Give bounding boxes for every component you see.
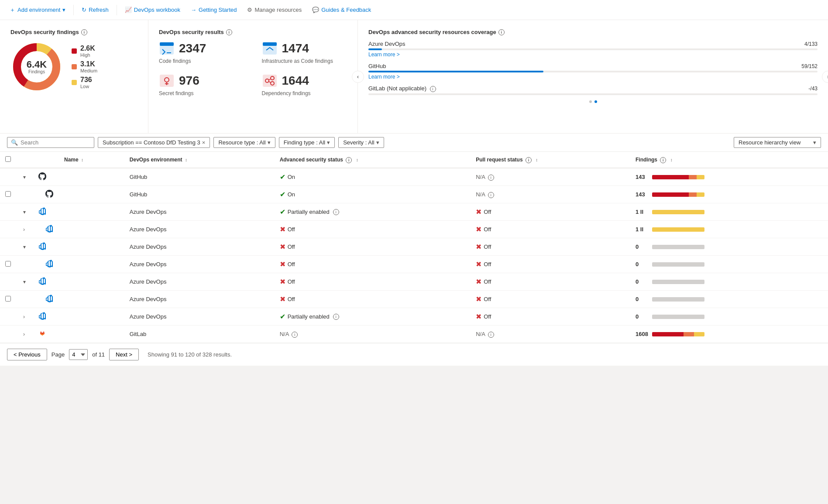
findings-bar xyxy=(652,332,704,336)
subscription-filter-pill[interactable]: Subscription == Contoso DfD Testing 3 × xyxy=(98,137,210,148)
select-all-checkbox[interactable] xyxy=(5,156,11,162)
row-pr-status: N/A i xyxy=(471,326,630,343)
dependency-findings-item: 1644 Dependency findings xyxy=(262,73,347,96)
row-expand-button[interactable]: › xyxy=(21,226,27,233)
row-expand-button[interactable]: ▾ xyxy=(21,278,27,286)
bar-yellow xyxy=(652,210,704,214)
arrow-icon: → xyxy=(191,7,196,13)
coverage-prev-button[interactable]: ‹ xyxy=(352,71,364,83)
coverage-gitlab-count: -/43 xyxy=(808,86,818,92)
row-checkbox[interactable] xyxy=(5,191,11,197)
coverage-info-icon[interactable]: i xyxy=(498,29,505,35)
resource-type-filter-pill[interactable]: Resource type : All ▾ xyxy=(213,137,275,148)
status-badge: ✖ Off xyxy=(476,243,491,251)
gitlab-info-icon[interactable]: i xyxy=(430,86,436,92)
na-info-icon[interactable]: i xyxy=(488,192,494,198)
table-row: ▾ GitHub ✔ On N/A xyxy=(0,168,828,186)
legend-low: 736 Low xyxy=(72,76,97,89)
header-pr-status: Pull request status i ↕ xyxy=(471,152,630,168)
row-checkbox[interactable] xyxy=(5,296,11,302)
row-name xyxy=(59,326,124,343)
na-info-icon[interactable]: i xyxy=(488,175,494,181)
bar-orange xyxy=(689,175,697,179)
search-input[interactable] xyxy=(21,139,90,146)
previous-button[interactable]: < Previous xyxy=(7,349,47,360)
row-expand-cell: ▾ xyxy=(16,203,33,221)
results-info-icon[interactable]: i xyxy=(226,29,232,35)
pr-status-sort-icon[interactable]: ↕ xyxy=(536,158,538,162)
na-info-icon[interactable]: i xyxy=(292,332,298,338)
row-expand-button[interactable]: ▾ xyxy=(21,173,27,181)
row-pr-status: ✖ Off xyxy=(471,256,630,273)
status-badge: ✔ Partially enabled i xyxy=(280,312,339,321)
partial-info-icon[interactable]: i xyxy=(333,314,339,320)
row-expand-button[interactable]: ▾ xyxy=(21,243,27,251)
row-devops-env: Azure DevOps xyxy=(124,291,275,308)
row-actions xyxy=(805,308,828,326)
row-expand-button[interactable]: › xyxy=(21,330,27,338)
row-actions xyxy=(805,203,828,221)
na-label: N/A xyxy=(280,331,289,337)
coverage-gitlab: GitLab (Not applicable) i -/43 xyxy=(368,85,818,95)
search-icon: 🔍 xyxy=(11,139,18,146)
row-checkbox-cell xyxy=(0,291,16,308)
devops-workbook-button[interactable]: 📈 DevOps workbook xyxy=(120,4,185,16)
azure-devops-icon xyxy=(45,294,54,303)
coverage-github-learn-more[interactable]: Learn more > xyxy=(368,74,818,80)
results-grid: 2347 Code findings 1474 Infrastructure a… xyxy=(159,41,347,96)
row-expand-button[interactable]: › xyxy=(21,313,27,321)
search-box[interactable]: 🔍 xyxy=(7,137,94,148)
row-expand-cell xyxy=(16,186,33,203)
adv-status-info-icon[interactable]: i xyxy=(346,157,352,163)
add-environment-button[interactable]: ＋ Add environment ▾ xyxy=(5,3,70,17)
getting-started-button[interactable]: → Getting Started xyxy=(186,4,241,16)
findings-cell: 1608 xyxy=(636,331,800,337)
plus-icon: ＋ xyxy=(10,6,15,14)
page-select[interactable]: 4 1 2 3 5 6 7 8 9 10 11 xyxy=(69,349,88,360)
row-checkbox-cell xyxy=(0,273,16,291)
row-actions xyxy=(805,273,828,291)
next-button[interactable]: Next > xyxy=(109,349,139,360)
row-checkbox-cell xyxy=(0,203,16,221)
row-checkbox[interactable] xyxy=(5,261,11,267)
donut-container: 6.4K Findings 2.6K High 3.1K Medium xyxy=(10,41,137,93)
findings-bar xyxy=(652,280,704,284)
header-devops-env: DevOps environment ↕ xyxy=(124,152,275,168)
code-findings-num-row: 2347 xyxy=(159,41,244,56)
severity-filter-pill[interactable]: Severity : All ▾ xyxy=(338,137,384,148)
refresh-button[interactable]: ↻ Refresh xyxy=(77,4,113,16)
findings-bar xyxy=(652,210,704,214)
bar-gray xyxy=(652,297,704,302)
row-checkbox-cell xyxy=(0,221,16,238)
name-sort-icon[interactable]: ↕ xyxy=(81,158,83,162)
findings-num: 0 xyxy=(636,261,649,267)
guides-feedback-button[interactable]: 💬 Guides & Feedback xyxy=(308,4,375,16)
azure-devops-icon xyxy=(45,259,54,268)
findings-sort-icon[interactable]: ↕ xyxy=(670,158,673,162)
na-info-icon[interactable]: i xyxy=(488,332,494,338)
coverage-azure-learn-more[interactable]: Learn more > xyxy=(368,51,818,58)
bar-red xyxy=(652,192,689,197)
row-findings: 1 II xyxy=(630,221,805,238)
azure-devops-icon xyxy=(45,224,54,233)
hierarchy-view-button[interactable]: Resource hierarchy view ▾ xyxy=(734,137,821,148)
devops-env-sort-icon[interactable]: ↕ xyxy=(185,158,187,162)
dependency-findings-label: Dependency findings xyxy=(262,90,347,96)
row-expand-button[interactable]: ▾ xyxy=(21,208,27,216)
findings-info-icon-col[interactable]: i xyxy=(660,157,666,163)
table-header: Name ↕ DevOps environment ↕ Advanced sec… xyxy=(0,152,828,168)
findings-cell: 1 II xyxy=(636,226,800,233)
manage-resources-button[interactable]: ⚙ Manage resources xyxy=(243,4,306,16)
adv-status-sort-icon[interactable]: ↕ xyxy=(356,158,358,162)
finding-type-filter-pill[interactable]: Finding type : All ▾ xyxy=(279,137,335,148)
coverage-next-button[interactable]: › xyxy=(822,71,828,83)
findings-num: 0 xyxy=(636,313,649,320)
coverage-rows: Azure DevOps 4/133 Learn more > GitHub 5… xyxy=(368,41,818,95)
row-devops-env: Azure DevOps xyxy=(124,203,275,221)
chat-icon: 💬 xyxy=(312,7,319,13)
legend-medium: 3.1K Medium xyxy=(72,60,97,73)
coverage-github-name: GitHub xyxy=(368,63,386,69)
findings-info-icon[interactable]: i xyxy=(81,29,87,35)
pr-status-info-icon[interactable]: i xyxy=(526,157,532,163)
partial-info-icon[interactable]: i xyxy=(333,209,339,215)
